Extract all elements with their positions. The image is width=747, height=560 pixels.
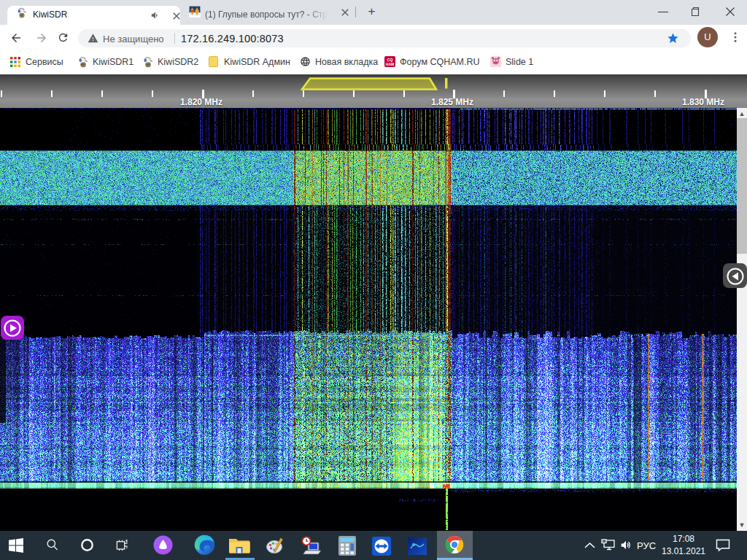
svg-text:HAM: HAM [386,62,394,66]
